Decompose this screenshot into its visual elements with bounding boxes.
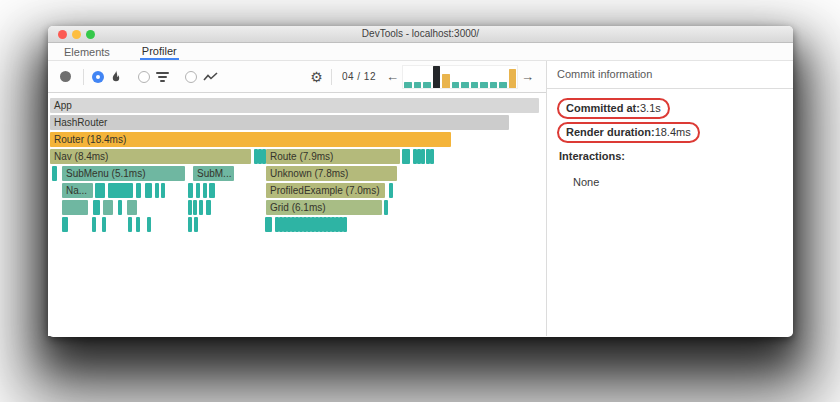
next-commit-icon[interactable]: →	[517, 69, 538, 84]
profiler-toolbar: ⚙ 04 / 12 ← →	[48, 61, 546, 93]
snapshot-bar-10[interactable]	[490, 82, 498, 88]
render-duration-label: Render duration:	[566, 126, 655, 138]
flame-bar[interactable]	[384, 200, 388, 215]
flame-bar[interactable]	[196, 183, 200, 198]
flame-bar-app[interactable]: App	[50, 98, 539, 113]
ranked-chart-icon	[156, 72, 169, 82]
committed-at-value: 3.1s	[640, 102, 661, 114]
interactions-radio[interactable]	[185, 71, 197, 83]
snapshot-bar-7[interactable]	[461, 82, 469, 88]
flame-bar[interactable]	[265, 217, 272, 232]
gear-icon[interactable]: ⚙	[310, 70, 323, 84]
flame-bar-na[interactable]: Na...	[62, 183, 93, 198]
flame-bar[interactable]	[161, 183, 165, 198]
flame-bar[interactable]	[389, 183, 393, 198]
flame-bar[interactable]	[62, 217, 68, 232]
flame-bar-subm[interactable]: SubM...	[193, 166, 234, 181]
flame-bar[interactable]	[62, 200, 88, 215]
snapshot-bar-3[interactable]	[423, 82, 431, 88]
profiler-left-pane: ⚙ 04 / 12 ← → AppHashRouterRouter (18.4m…	[48, 61, 546, 336]
committed-at-annotation: Committed at: 3.1s	[557, 98, 670, 119]
minimize-window-button[interactable]	[72, 30, 81, 39]
snapshot-bar-9[interactable]	[480, 82, 488, 88]
flame-bar-grid[interactable]: Grid (6.1ms)	[266, 200, 382, 215]
flame-bar[interactable]	[145, 183, 152, 198]
flame-bar[interactable]	[147, 217, 151, 232]
toolbar-divider	[83, 69, 84, 85]
flame-bar[interactable]	[402, 149, 410, 164]
close-window-button[interactable]	[58, 30, 67, 39]
flame-bar[interactable]	[421, 149, 425, 164]
flame-bar[interactable]	[128, 217, 132, 232]
snapshot-bar-12[interactable]	[509, 69, 517, 88]
flamechart-radio[interactable]	[92, 71, 104, 83]
flame-bar-route[interactable]: Route (7.9ms)	[266, 149, 400, 164]
flame-bar[interactable]	[92, 217, 96, 232]
flame-bar[interactable]	[127, 200, 137, 215]
flame-bar[interactable]	[103, 200, 113, 215]
flame-bar[interactable]	[209, 183, 215, 198]
snapshot-bar-11[interactable]	[499, 82, 507, 88]
flame-bar[interactable]	[203, 183, 207, 198]
flame-bar[interactable]	[118, 200, 122, 215]
flame-bar[interactable]	[206, 200, 211, 215]
tab-bar: Elements Profiler	[48, 43, 793, 61]
committed-at-label: Committed at:	[566, 102, 640, 114]
flame-bar-hashrouter[interactable]: HashRouter	[50, 115, 509, 130]
flame-bar-profiledexample[interactable]: ProfiledExample (7.0ms)	[266, 183, 385, 198]
flame-bar[interactable]	[108, 183, 133, 198]
ranked-radio[interactable]	[138, 71, 150, 83]
flame-bar[interactable]	[52, 166, 57, 181]
snapshot-bar-4[interactable]	[433, 66, 441, 88]
devtools-body: ⚙ 04 / 12 ← → AppHashRouterRouter (18.4m…	[48, 61, 793, 336]
flame-bar[interactable]	[95, 183, 105, 198]
render-duration-annotation: Render duration: 18.4ms	[557, 122, 700, 143]
ranked-mode-option[interactable]	[138, 71, 169, 83]
flame-bar[interactable]	[343, 217, 347, 232]
flame-bar[interactable]	[155, 183, 159, 198]
zoom-window-button[interactable]	[86, 30, 95, 39]
titlebar[interactable]: DevTools - localhost:3000/	[48, 26, 793, 43]
commit-counter: 04 / 12	[342, 71, 376, 82]
flame-bar[interactable]	[430, 149, 434, 164]
screenshot-stage: DevTools - localhost:3000/ Elements Prof…	[0, 0, 840, 402]
flame-bar[interactable]	[136, 183, 141, 198]
devtools-window: DevTools - localhost:3000/ Elements Prof…	[48, 26, 793, 337]
window-title: DevTools - localhost:3000/	[48, 26, 793, 42]
interactions-chart-icon	[203, 72, 218, 82]
commit-info-body: Committed at: 3.1s Render duration: 18.4…	[547, 89, 793, 197]
flamechart-mode-option[interactable]	[92, 70, 122, 83]
previous-commit-icon[interactable]: ←	[382, 69, 403, 84]
interactions-label: Interactions:	[559, 150, 783, 162]
flame-bar-nav[interactable]: Nav (8.4ms)	[50, 149, 251, 164]
flame-bar[interactable]	[199, 200, 203, 215]
traffic-lights	[58, 30, 95, 39]
flame-bar[interactable]	[136, 217, 140, 232]
render-duration-value: 18.4ms	[655, 126, 691, 138]
commit-info-pane: Commit information Committed at: 3.1s Re…	[547, 61, 793, 336]
flame-bar[interactable]	[188, 200, 192, 215]
flame-icon	[110, 70, 122, 83]
flame-bar-submenu[interactable]: SubMenu (5.1ms)	[62, 166, 185, 181]
flame-bar[interactable]	[188, 183, 193, 198]
toolbar-divider	[331, 69, 332, 85]
snapshot-bar-1[interactable]	[404, 82, 412, 88]
snapshot-bar-5[interactable]	[442, 74, 450, 88]
snapshot-bar-2[interactable]	[414, 82, 422, 88]
snapshot-bar-8[interactable]	[471, 82, 479, 88]
flame-chart[interactable]: AppHashRouterRouter (18.4ms)Nav (8.4ms)R…	[48, 93, 546, 336]
flame-bar-router[interactable]: Router (18.4ms)	[50, 132, 451, 147]
flame-bar[interactable]	[193, 200, 197, 215]
interactions-mode-option[interactable]	[185, 71, 218, 83]
flame-bar-unknown[interactable]: Unknown (7.8ms)	[266, 166, 397, 181]
tab-elements[interactable]: Elements	[62, 43, 112, 60]
flame-bar[interactable]	[188, 217, 192, 232]
snapshot-strip[interactable]	[403, 66, 517, 88]
interactions-value: None	[573, 176, 783, 188]
flame-bar[interactable]	[93, 200, 100, 215]
snapshot-bar-6[interactable]	[452, 82, 460, 88]
tab-profiler[interactable]: Profiler	[140, 43, 179, 60]
record-icon[interactable]	[60, 71, 71, 82]
flame-bar[interactable]	[102, 217, 106, 232]
flame-bar[interactable]	[194, 217, 198, 232]
